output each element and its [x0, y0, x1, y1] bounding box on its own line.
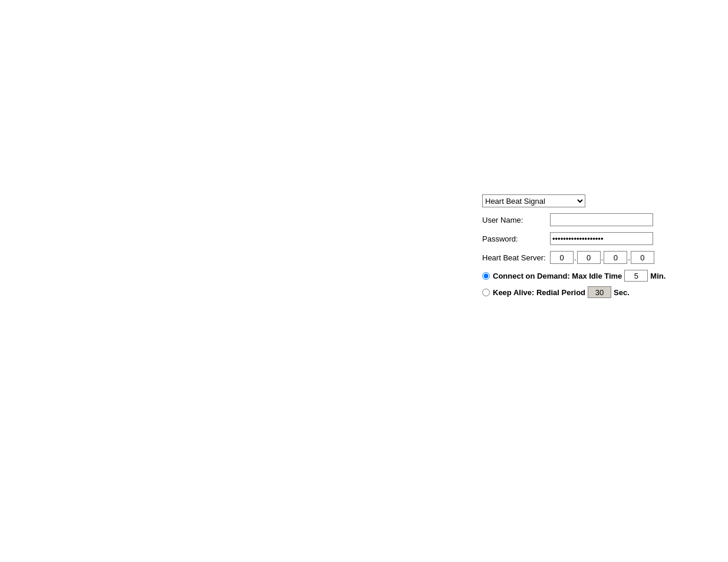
keep-alive-row: Keep Alive: Redial Period Sec.: [482, 286, 666, 298]
connect-on-demand-row: Connect on Demand: Max Idle Time Min.: [482, 270, 666, 282]
ip-octet-4[interactable]: [631, 251, 654, 264]
username-label: User Name:: [482, 216, 550, 224]
min-unit-label: Min.: [650, 272, 666, 280]
ip-dot-2: .: [601, 253, 604, 262]
ip-octet-1[interactable]: [550, 251, 574, 264]
ip-dot-1: .: [574, 253, 577, 262]
sec-unit-label: Sec.: [614, 288, 630, 297]
heartbeat-server-row: Heart Beat Server: . . .: [482, 251, 666, 264]
connect-on-demand-radio[interactable]: [482, 272, 490, 280]
password-input[interactable]: [550, 232, 653, 245]
password-row: Password:: [482, 232, 666, 245]
heartbeat-server-label: Heart Beat Server:: [482, 253, 550, 262]
password-label: Password:: [482, 234, 550, 243]
dropdown-row: Heart Beat Signal: [482, 194, 666, 207]
ip-fields: . . .: [550, 251, 654, 264]
ip-dot-3: .: [628, 253, 630, 262]
max-idle-time-input[interactable]: [624, 270, 648, 282]
keep-alive-label: Keep Alive: Redial Period: [493, 288, 585, 297]
ip-octet-2[interactable]: [577, 251, 601, 264]
ip-octet-3[interactable]: [604, 251, 627, 264]
keep-alive-radio[interactable]: [482, 289, 490, 296]
connect-on-demand-label: Connect on Demand: Max Idle Time: [493, 272, 622, 280]
username-input[interactable]: [550, 213, 653, 226]
signal-type-dropdown[interactable]: Heart Beat Signal: [482, 194, 585, 207]
username-row: User Name:: [482, 213, 666, 226]
redial-period-input[interactable]: [588, 286, 611, 298]
settings-panel: Heart Beat Signal User Name: Password: H…: [482, 194, 666, 303]
